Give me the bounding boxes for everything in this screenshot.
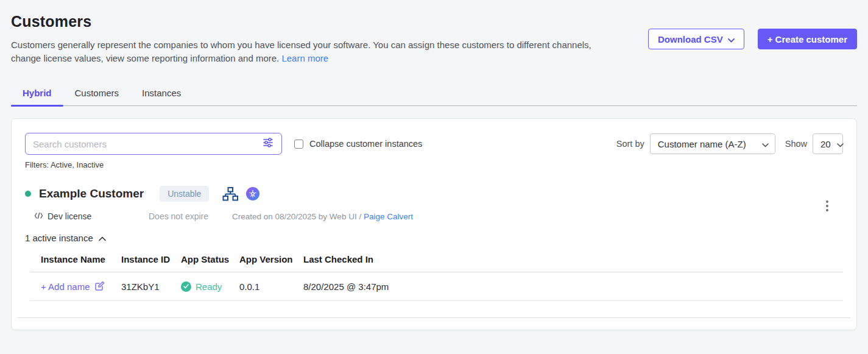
download-csv-label: Download CSV xyxy=(658,34,723,44)
license-type-label: Dev license xyxy=(48,211,91,221)
kebab-menu-icon[interactable] xyxy=(824,198,831,214)
instance-id-cell: 31ZKbY1 xyxy=(121,281,181,292)
customer-name[interactable]: Example Customer xyxy=(39,187,144,200)
chevron-down-icon xyxy=(762,139,769,149)
toolbar: Collapse customer instances Sort by Cust… xyxy=(25,133,843,155)
license-row: Dev license Does not expire Created on 0… xyxy=(25,211,843,221)
column-header-last-checked-in: Last Checked In xyxy=(303,254,843,264)
show-select-value: 20 xyxy=(820,139,831,149)
sort-select[interactable]: Customer name (A-Z) xyxy=(650,133,775,154)
sort-by-label: Sort by xyxy=(616,139,644,149)
channel-badge: Unstable xyxy=(160,186,209,202)
tab-instances[interactable]: Instances xyxy=(130,81,192,105)
header-actions: Download CSV + Create customer xyxy=(648,29,857,49)
instance-summary-label: 1 active instance xyxy=(25,233,93,243)
instances-table-header: Instance Name Instance ID App Status App… xyxy=(30,254,843,272)
tab-hybrid[interactable]: Hybrid xyxy=(11,81,63,105)
license-expiry: Does not expire xyxy=(149,211,232,221)
create-customer-label: + Create customer xyxy=(767,34,847,44)
check-circle-icon xyxy=(181,281,191,292)
last-checked-in-cell: 8/20/2025 @ 3:47pm xyxy=(303,281,843,292)
filters-note: Filters: Active, Inactive xyxy=(25,160,843,169)
instances-table: Instance Name Instance ID App Status App… xyxy=(30,254,843,301)
collapse-instances-checkbox[interactable] xyxy=(294,140,303,149)
customers-card: Collapse customer instances Sort by Cust… xyxy=(11,118,857,330)
learn-more-link[interactable]: Learn more xyxy=(281,53,328,63)
customer-row-header: Example Customer Unstable xyxy=(25,186,843,202)
page-description: Customers generally represent the compan… xyxy=(11,38,595,65)
instance-table-row: + Add name 31ZKbY1 xyxy=(30,272,843,301)
app-status-label: Ready xyxy=(196,281,222,292)
page-title: Customers xyxy=(11,0,857,30)
filter-sliders-icon[interactable] xyxy=(262,136,274,151)
show-select[interactable]: 20 xyxy=(813,133,843,154)
chevron-up-icon xyxy=(99,233,106,243)
tab-bar: Hybrid Customers Instances xyxy=(11,81,857,106)
license-type: Dev license xyxy=(34,211,149,221)
tab-customers[interactable]: Customers xyxy=(63,81,131,105)
kubernetes-icon[interactable] xyxy=(246,187,259,200)
sitemap-icon[interactable] xyxy=(222,186,238,202)
column-header-app-version: App Version xyxy=(239,254,303,264)
created-by-link[interactable]: Paige Calvert xyxy=(364,212,413,221)
chevron-down-icon xyxy=(728,34,735,44)
collapse-instances-group: Collapse customer instances xyxy=(294,139,422,149)
card-footer-divider xyxy=(18,317,850,318)
code-license-icon xyxy=(34,211,43,221)
active-status-dot xyxy=(25,191,31,197)
edit-icon xyxy=(94,280,105,293)
create-customer-button[interactable]: + Create customer xyxy=(758,29,857,49)
chevron-down-icon xyxy=(837,139,844,149)
add-name-label: + Add name xyxy=(41,281,90,292)
instance-summary-toggle[interactable]: 1 active instance xyxy=(25,233,843,243)
app-status-cell: Ready xyxy=(181,281,239,292)
column-header-instance-id: Instance ID xyxy=(121,254,181,264)
customers-page: Customers Customers generally represent … xyxy=(0,0,868,354)
show-label: Show xyxy=(785,139,807,149)
column-header-instance-name: Instance Name xyxy=(41,254,121,264)
license-created: Created on 08/20/2025 by Web UI / Paige … xyxy=(232,212,413,221)
download-csv-button[interactable]: Download CSV xyxy=(648,29,744,49)
sort-select-value: Customer name (A-Z) xyxy=(658,139,746,149)
column-header-app-status: App Status xyxy=(181,254,239,264)
search-box xyxy=(25,133,282,155)
add-name-button[interactable]: + Add name xyxy=(41,280,121,293)
app-version-cell: 0.0.1 xyxy=(239,281,303,292)
created-text: Created on 08/20/2025 by Web UI / xyxy=(232,212,364,221)
instance-name-cell: + Add name xyxy=(41,280,121,293)
search-input[interactable] xyxy=(33,139,262,149)
collapse-instances-label: Collapse customer instances xyxy=(309,139,422,149)
